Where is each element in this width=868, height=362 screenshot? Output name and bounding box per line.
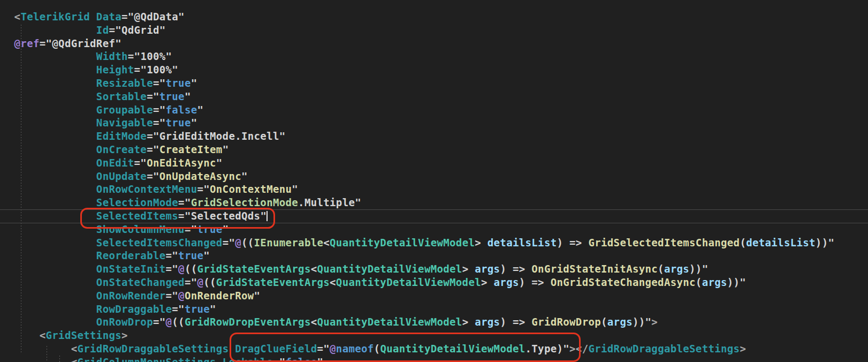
code-token: > (475, 237, 488, 248)
code-token: "100%" (134, 50, 172, 62)
code-token: Data (96, 11, 121, 22)
code-token: QuantityDetailViewModel (330, 237, 475, 248)
code-token: detailsList (488, 237, 557, 248)
code-line[interactable]: OnEdit="OnEditAsync" (2, 156, 868, 170)
code-line[interactable]: Width="100%" (2, 50, 868, 63)
code-line[interactable]: OnRowContextMenu="OnContextMenu" (2, 183, 868, 196)
code-token: =" (147, 144, 159, 155)
code-token: OnRenderRow (185, 290, 254, 301)
code-token: > (740, 343, 746, 355)
code-token: ))" (816, 237, 834, 248)
code-line[interactable]: Sortable="true" (2, 90, 868, 103)
code-token: =" (178, 210, 191, 222)
code-token: Sortable (96, 90, 147, 102)
code-token (229, 343, 235, 355)
code-token: < (71, 356, 78, 362)
code-token: GridSelectionMode (191, 197, 298, 208)
code-token: OnStateChanged (96, 276, 185, 288)
code-line[interactable]: <GridColumnMenuSettings Lockable="false" (2, 356, 868, 362)
code-token: QuantityDetailViewModel (317, 263, 462, 275)
code-token: ) => (519, 276, 551, 288)
code-line[interactable]: ShowColumnMenu="true" (2, 223, 868, 236)
code-token: (( (203, 276, 216, 288)
code-token: Reorderable (96, 250, 166, 261)
code-token: OnCreate (96, 144, 147, 155)
code-token: " (292, 183, 298, 195)
code-token: @ (235, 237, 241, 248)
code-token: < (311, 263, 317, 275)
code-token: OnRowContextMenu (96, 183, 197, 195)
code-token: @ (197, 276, 203, 288)
code-token: GridRowDrop (531, 316, 601, 328)
code-line[interactable]: Id="QdGrid" (2, 24, 868, 37)
code-line[interactable]: Navigable="true" (2, 116, 868, 130)
code-token: = (109, 24, 115, 36)
code-token: = (40, 37, 46, 49)
code-token: Lockable (223, 356, 273, 362)
code-token: "QdGrid" (115, 24, 165, 36)
code-line[interactable]: OnStateInit="@((GridStateEventArgs<Quant… (2, 262, 868, 276)
code-token: =" (166, 250, 179, 261)
code-line[interactable]: SelectedItems="SelectedQds" (2, 209, 868, 223)
code-token: .Multiple (298, 197, 355, 208)
code-token: GridRowDropEventArgs (185, 316, 311, 328)
code-line[interactable]: OnCreate="CreateItem" (2, 143, 868, 156)
code-line[interactable]: OnRowRender="@OnRenderRow" (2, 289, 868, 303)
code-line[interactable]: <GridRowDraggableSettings DragClueField=… (2, 342, 868, 356)
code-token: > (462, 263, 475, 275)
code-token: =" (223, 237, 235, 248)
code-token: true (197, 223, 222, 235)
code-line[interactable]: <GridSettings> (2, 329, 868, 342)
code-token: OnStateInit (96, 263, 166, 275)
code-token: " (210, 303, 216, 315)
code-token: " (197, 104, 203, 116)
code-token: Width (96, 50, 128, 62)
code-line[interactable]: EditMode="GridEditMode.Incell" (2, 130, 868, 143)
code-token: OnEdit (96, 157, 134, 169)
code-token: GridRowDraggableSettings (588, 343, 740, 355)
code-line[interactable]: OnStateChanged="@((GridStateEventArgs<Qu… (2, 276, 868, 289)
code-token: GridRowDraggableSettings (77, 343, 229, 355)
code-line[interactable]: Height="100%" (2, 63, 868, 77)
code-line[interactable]: OnRowDrop="@((GridRowDropEventArgs<Quant… (2, 315, 868, 329)
code-token: < (323, 237, 330, 248)
code-line[interactable]: SelectedItemsChanged="@((IEnumerable<Qua… (2, 236, 868, 250)
code-token: ( (601, 316, 607, 328)
code-editor[interactable]: <TelerikGrid Data="@QdData" Id="QdGrid" … (0, 0, 868, 362)
code-token: (( (241, 237, 254, 248)
code-token: =" (147, 170, 159, 182)
code-token: true (178, 250, 203, 261)
code-token: Groupable (96, 104, 153, 116)
code-line[interactable]: SelectionMode="GridSelectionMode.Multipl… (2, 196, 868, 209)
code-token: OnEditAsync (147, 157, 216, 169)
code-line[interactable]: Groupable="false" (2, 103, 868, 117)
code-area[interactable]: <TelerikGrid Data="@QdData" Id="QdGrid" … (0, 0, 868, 362)
code-token: " (203, 250, 210, 261)
code-token: " (355, 197, 361, 208)
code-token: Resizable (96, 77, 153, 89)
code-token: ) => (557, 237, 588, 248)
code-token: SelectionMode (96, 197, 178, 208)
code-token: GridSelectedItemsChanged (588, 237, 740, 248)
code-line[interactable]: @ref="@QdGridRef" (2, 37, 868, 50)
code-token: " (216, 157, 223, 169)
code-token: =" (147, 90, 159, 102)
code-line[interactable]: Resizable="true" (2, 77, 868, 90)
code-token: args (702, 276, 727, 288)
code-line[interactable]: <TelerikGrid Data="@QdData" (2, 10, 868, 24)
code-token: =" (147, 130, 159, 142)
code-line[interactable]: Reorderable="true" (2, 249, 868, 262)
code-token: =" (273, 356, 286, 362)
code-token: " (254, 290, 261, 301)
code-token: = (128, 50, 134, 62)
code-token: > (462, 316, 475, 328)
code-token: ( (696, 276, 702, 288)
code-token: GridSettings (46, 329, 121, 341)
code-line[interactable]: OnUpdate="OnUpdateAsync" (2, 170, 868, 183)
code-token: @ (178, 290, 185, 301)
code-token: =" (166, 290, 179, 301)
code-token: args (607, 316, 633, 328)
code-token: < (71, 343, 78, 355)
code-token: =" (153, 316, 166, 328)
code-line[interactable]: RowDraggable="true" (2, 303, 868, 316)
